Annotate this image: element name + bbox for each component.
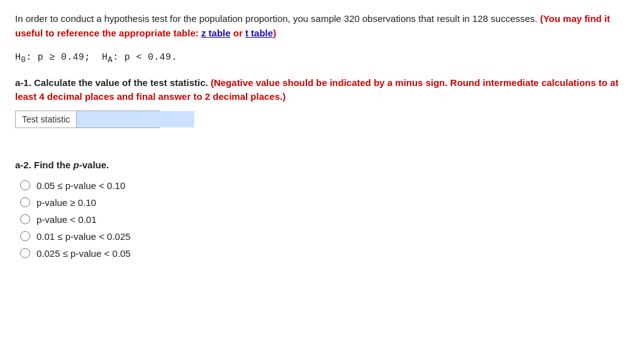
p-value-radio-group: 0.05 ≤ p-value < 0.10 p-value ≥ 0.10 p-v… xyxy=(20,180,629,259)
question-a2: a-2. Find the p-value. 0.05 ≤ p-value < … xyxy=(15,160,629,259)
test-statistic-input[interactable] xyxy=(77,111,194,127)
a1-label-prefix: a-1. xyxy=(15,77,31,88)
radio-option-4[interactable]: 0.01 ≤ p-value < 0.025 xyxy=(20,231,629,242)
a1-label: a-1. Calculate the value of the test sta… xyxy=(15,76,629,104)
a2-label: a-2. Find the p-value. xyxy=(15,160,629,170)
radio-option-3[interactable]: p-value < 0.01 xyxy=(20,214,629,225)
radio-option-2[interactable]: p-value ≥ 0.10 xyxy=(20,197,629,208)
radio-input-2[interactable] xyxy=(20,197,30,207)
z-table-link[interactable]: z table xyxy=(201,28,231,38)
radio-option-1[interactable]: 0.05 ≤ p-value < 0.10 xyxy=(20,180,629,191)
radio-input-4[interactable] xyxy=(20,231,30,241)
question-a1: a-1. Calculate the value of the test sta… xyxy=(15,76,629,128)
radio-option-5[interactable]: 0.025 ≤ p-value < 0.05 xyxy=(20,248,629,259)
hypotheses-line: H0: p ≥ 0.49; HA: p < 0.49. xyxy=(15,52,629,65)
a1-label-bold-red: (Negative value should be indicated by a… xyxy=(15,77,618,102)
t-table-link[interactable]: t table xyxy=(245,28,273,38)
intro-paragraph: In order to conduct a hypothesis test fo… xyxy=(15,11,629,41)
intro-text-plain: In order to conduct a hypothesis test fo… xyxy=(15,13,540,24)
radio-label-3: p-value < 0.01 xyxy=(36,214,97,225)
a2-label-prefix: a-2. xyxy=(15,160,31,170)
radio-input-3[interactable] xyxy=(20,214,30,224)
radio-label-5: 0.025 ≤ p-value < 0.05 xyxy=(36,248,131,259)
radio-input-5[interactable] xyxy=(20,248,30,258)
radio-label-1: 0.05 ≤ p-value < 0.10 xyxy=(36,180,125,191)
radio-label-2: p-value ≥ 0.10 xyxy=(36,197,96,208)
test-statistic-row: Test statistic xyxy=(15,111,160,128)
radio-input-1[interactable] xyxy=(20,180,30,190)
test-statistic-label: Test statistic xyxy=(16,111,77,127)
a2-p-italic: p xyxy=(74,160,79,170)
radio-label-4: 0.01 ≤ p-value < 0.025 xyxy=(36,231,131,242)
